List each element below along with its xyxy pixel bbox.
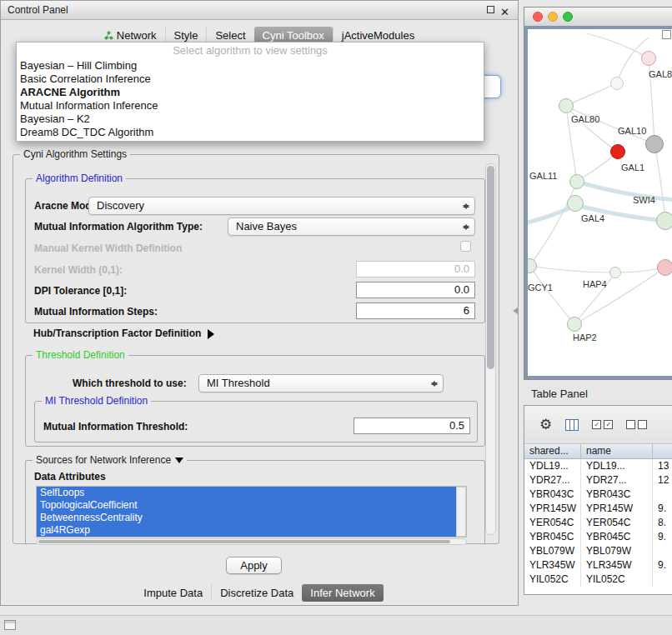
network-node[interactable] (641, 51, 656, 66)
network-node-label: HAP4 (583, 279, 607, 289)
expanded-arrow-icon (175, 458, 183, 463)
table-cell: YIL052C (581, 572, 653, 587)
algorithm-option[interactable]: Dream8 DC_TDC Algorithm (17, 126, 484, 139)
attributes-hscrollbar-thumb[interactable] (38, 540, 450, 543)
attribute-item[interactable]: gal4RGexp (37, 524, 456, 537)
which-threshold-value: MI Threshold (207, 377, 270, 389)
splitter-collapse-icon[interactable] (513, 308, 518, 314)
mi-type-label: Mutual Information Algorithm Type: (34, 221, 203, 232)
table-cell: YER054C (524, 516, 581, 530)
kernel-width-field[interactable]: 0.0 (356, 261, 475, 278)
aracne-mode-value: Discovery (97, 199, 144, 212)
table-row[interactable]: YBR045CYBR045C9. (524, 530, 672, 544)
network-node-label: HAP2 (573, 332, 597, 342)
attribute-item[interactable]: TopologicalCoefficient (37, 499, 456, 512)
network-canvas[interactable]: GAL8GAL80GAL10GAL11GAL1SWI4GAL4GCY1HAP4H… (528, 29, 672, 376)
table-row[interactable]: YIL052CYIL052C (524, 572, 672, 587)
columns-icon[interactable] (565, 419, 579, 431)
table-row[interactable]: YBR043CYBR043C (524, 488, 672, 502)
table-row[interactable]: YDR27...YDR27...12 (524, 473, 672, 488)
table-row[interactable]: YDL19...YDL19...13 (524, 459, 672, 473)
dpi-tolerance-label: DPI Tolerance [0,1]: (34, 285, 127, 297)
network-node[interactable] (657, 259, 672, 276)
combo-arrows-icon (463, 200, 469, 212)
dropdown-placeholder: Select algorithm to view settings (17, 42, 484, 59)
table-cell: 9. (653, 502, 672, 516)
network-window-titlebar (524, 8, 672, 27)
mi-threshold-group-title: MI Threshold Definition (42, 395, 151, 407)
dock-panel-icon[interactable] (4, 620, 16, 630)
algorithm-option[interactable]: Mutual Information Inference (17, 99, 484, 112)
algorithm-option[interactable]: ARACNE Algorithm (17, 86, 484, 99)
tab-discretize-data[interactable]: Discretize Data (211, 584, 302, 602)
column-header[interactable]: name (581, 444, 653, 458)
mi-threshold-field[interactable]: 0.5 (354, 418, 470, 434)
gear-icon[interactable]: ⚙ (539, 418, 552, 432)
threshold-definition-group: Threshold Definition Which threshold to … (25, 355, 485, 447)
table-cell: 12 (653, 473, 672, 488)
settings-scrollbar[interactable] (485, 163, 496, 535)
mi-type-combobox[interactable]: Naive Bayes (228, 218, 475, 236)
algorithm-option[interactable]: Basic Correlation Inference (17, 72, 484, 86)
float-window-icon[interactable] (487, 6, 494, 13)
network-node[interactable] (567, 317, 582, 332)
network-node[interactable] (656, 212, 672, 230)
table-cell: YBR043C (581, 488, 653, 502)
apply-button[interactable]: Apply (226, 557, 282, 574)
table-toolbar: ⚙ ✓ ✓ (524, 406, 672, 444)
minimize-traffic-icon[interactable] (548, 12, 558, 22)
kernel-width-label: Kernel Width (0,1): (34, 264, 123, 276)
table-row[interactable]: YPR145WYPR145W9. (524, 502, 672, 516)
table-row[interactable]: YER054CYER054C8. (524, 516, 672, 530)
network-node[interactable] (609, 267, 621, 278)
network-node[interactable] (567, 195, 584, 212)
algorithm-option[interactable]: Bayesian – K2 (17, 112, 484, 126)
column-header[interactable]: shared... (524, 444, 581, 458)
attribute-item[interactable]: SelfLoops (37, 487, 456, 499)
table-cell: 9. (653, 558, 672, 572)
algorithm-definition-group: Algorithm Definition Aracne Mode: Discov… (25, 178, 485, 323)
table-cell: YLR345W (581, 558, 653, 572)
network-node[interactable] (610, 77, 624, 90)
algorithm-option[interactable]: Bayesian – Hill Climbing (17, 59, 484, 72)
column-header[interactable] (653, 444, 672, 458)
mi-steps-field[interactable]: 6 (356, 302, 475, 319)
close-icon[interactable]: ✕ (500, 3, 509, 22)
table-panel-title: Table Panel (531, 388, 588, 400)
manual-kernel-label: Manual Kernel Width Definition (34, 242, 182, 254)
deselect-all-columns-icon[interactable] (626, 420, 647, 429)
tab-impute-data[interactable]: Impute Data (135, 584, 211, 602)
mi-threshold-label: Mutual Information Threshold: (43, 421, 188, 432)
sources-title-label: Sources for Network Inference (36, 454, 171, 466)
algorithm-dropdown-popup: Select algorithm to view settings Bayesi… (16, 42, 484, 142)
close-traffic-icon[interactable] (533, 12, 543, 22)
which-threshold-combobox[interactable]: MI Threshold (198, 374, 444, 392)
attributes-hscrollbar[interactable] (36, 538, 467, 545)
table-cell: YER054C (581, 516, 653, 530)
table-row[interactable]: YLR345WYLR345W9. (524, 558, 672, 572)
table-row[interactable]: YBL079WYBL079W (524, 544, 672, 558)
tab-network-label: Network (117, 29, 157, 42)
network-node[interactable] (610, 144, 625, 159)
hub-tf-section-toggle[interactable]: Hub/Transcription Factor Definition (33, 328, 214, 339)
network-node[interactable] (559, 98, 574, 113)
birdseye-toggle-icon[interactable] (662, 30, 671, 39)
checked-box-icon: ✓ (604, 420, 613, 429)
tab-infer-network[interactable]: Infer Network (302, 584, 383, 602)
manual-kernel-checkbox[interactable] (460, 241, 471, 252)
network-node[interactable] (645, 135, 664, 153)
network-node-label: GAL4 (581, 213, 604, 223)
dpi-tolerance-field[interactable]: 0.0 (356, 282, 475, 298)
zoom-traffic-icon[interactable] (563, 12, 573, 22)
select-all-columns-icon[interactable]: ✓ ✓ (592, 420, 613, 429)
attribute-item[interactable]: BetweennessCentrality (37, 512, 456, 524)
network-node-label: GAL10 (618, 126, 646, 136)
aracne-mode-combobox[interactable]: Discovery (88, 197, 475, 215)
sources-group-title[interactable]: Sources for Network Inference (33, 454, 187, 466)
table-cell: YPR145W (581, 502, 653, 516)
mi-threshold-group: MI Threshold Definition Mutual Informati… (34, 401, 478, 442)
settings-scrollbar-thumb[interactable] (487, 166, 494, 369)
algorithm-dropdown-list: Bayesian – Hill ClimbingBasic Correlatio… (17, 59, 484, 139)
attributes-vscrollbar[interactable] (456, 487, 466, 537)
network-node[interactable] (569, 174, 584, 189)
